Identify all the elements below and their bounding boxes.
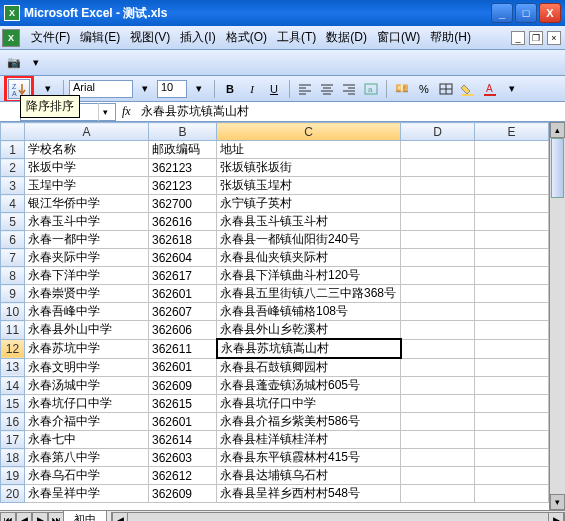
cell[interactable] bbox=[401, 413, 475, 431]
cell[interactable]: 362614 bbox=[149, 431, 217, 449]
cell[interactable]: 362609 bbox=[149, 377, 217, 395]
cell[interactable]: 永春县呈祥乡西村村548号 bbox=[217, 485, 401, 503]
cell[interactable]: 362609 bbox=[149, 485, 217, 503]
scroll-up-icon[interactable]: ▴ bbox=[550, 122, 565, 138]
cell[interactable] bbox=[475, 395, 549, 413]
cell[interactable] bbox=[475, 413, 549, 431]
hscroll-right-icon[interactable]: ▶ bbox=[548, 512, 564, 522]
cell[interactable] bbox=[475, 485, 549, 503]
tab-nav-last[interactable]: ⏭ bbox=[48, 512, 64, 522]
fx-button[interactable]: fx bbox=[116, 104, 137, 119]
align-center-button[interactable] bbox=[317, 79, 337, 99]
cell[interactable] bbox=[401, 358, 475, 377]
cell[interactable]: 张坂中学 bbox=[25, 159, 149, 177]
camera-icon[interactable]: 📷 bbox=[4, 53, 24, 73]
row-header[interactable]: 1 bbox=[1, 141, 25, 159]
row-header[interactable]: 12 bbox=[1, 339, 25, 358]
cell[interactable]: 永春苏坑中学 bbox=[25, 339, 149, 358]
close-button[interactable]: X bbox=[539, 3, 561, 23]
scroll-thumb[interactable] bbox=[551, 138, 564, 198]
percent-button[interactable]: % bbox=[414, 79, 434, 99]
cell[interactable]: 永春县下洋镇曲斗村120号 bbox=[217, 267, 401, 285]
tab-nav-prev[interactable]: ◀ bbox=[16, 512, 32, 522]
cell[interactable] bbox=[401, 177, 475, 195]
cell[interactable]: 玉埕中学 bbox=[25, 177, 149, 195]
cell[interactable] bbox=[475, 321, 549, 340]
cell[interactable]: 永春县介福乡紫美村586号 bbox=[217, 413, 401, 431]
cell[interactable]: 永宁镇子英村 bbox=[217, 195, 401, 213]
cell[interactable]: 永春县一都镇仙阳街240号 bbox=[217, 231, 401, 249]
cell[interactable] bbox=[475, 213, 549, 231]
cell[interactable] bbox=[401, 485, 475, 503]
col-header-a[interactable]: A bbox=[25, 123, 149, 141]
cell[interactable]: 永春乌石中学 bbox=[25, 467, 149, 485]
cell[interactable]: 永春县吾峰镇铺格108号 bbox=[217, 303, 401, 321]
cell[interactable]: 永春吾峰中学 bbox=[25, 303, 149, 321]
cell[interactable] bbox=[401, 449, 475, 467]
horizontal-scrollbar[interactable]: ◀ ▶ bbox=[111, 512, 565, 522]
bold-button[interactable]: B bbox=[220, 79, 240, 99]
cell[interactable] bbox=[401, 431, 475, 449]
cell[interactable]: 永春一都中学 bbox=[25, 231, 149, 249]
cell[interactable]: 362616 bbox=[149, 213, 217, 231]
cell[interactable]: 永春夹际中学 bbox=[25, 249, 149, 267]
cell[interactable]: 362123 bbox=[149, 159, 217, 177]
cell[interactable] bbox=[401, 339, 475, 358]
cell[interactable]: 银江华侨中学 bbox=[25, 195, 149, 213]
row-header[interactable]: 15 bbox=[1, 395, 25, 413]
cell[interactable] bbox=[401, 395, 475, 413]
cell[interactable]: 永春汤城中学 bbox=[25, 377, 149, 395]
cell[interactable] bbox=[475, 159, 549, 177]
cell[interactable] bbox=[401, 285, 475, 303]
cell[interactable] bbox=[401, 159, 475, 177]
select-all-corner[interactable] bbox=[1, 123, 25, 141]
cell[interactable]: 永春文明中学 bbox=[25, 358, 149, 377]
cell[interactable]: 地址 bbox=[217, 141, 401, 159]
align-left-button[interactable] bbox=[295, 79, 315, 99]
cell[interactable]: 362603 bbox=[149, 449, 217, 467]
row-header[interactable]: 10 bbox=[1, 303, 25, 321]
italic-button[interactable]: I bbox=[242, 79, 262, 99]
cell[interactable] bbox=[475, 249, 549, 267]
font-color-button[interactable]: A bbox=[480, 79, 500, 99]
cell[interactable] bbox=[475, 231, 549, 249]
cell[interactable] bbox=[401, 267, 475, 285]
name-box-dropdown-icon[interactable]: ▾ bbox=[98, 103, 112, 121]
align-right-button[interactable] bbox=[339, 79, 359, 99]
cell[interactable] bbox=[401, 231, 475, 249]
row-header[interactable]: 9 bbox=[1, 285, 25, 303]
fill-color-button[interactable] bbox=[458, 79, 478, 99]
toolbar-options-icon[interactable]: ▾ bbox=[26, 53, 46, 73]
cell[interactable]: 张坂镇玉埕村 bbox=[217, 177, 401, 195]
merge-center-button[interactable]: a bbox=[361, 79, 381, 99]
row-header[interactable]: 8 bbox=[1, 267, 25, 285]
cell[interactable] bbox=[475, 358, 549, 377]
cell[interactable]: 永春县达埔镇乌石村 bbox=[217, 467, 401, 485]
menu-insert[interactable]: 插入(I) bbox=[175, 26, 220, 49]
cell[interactable]: 362607 bbox=[149, 303, 217, 321]
cell[interactable]: 362618 bbox=[149, 231, 217, 249]
cell[interactable] bbox=[475, 195, 549, 213]
col-header-e[interactable]: E bbox=[475, 123, 549, 141]
menu-window[interactable]: 窗口(W) bbox=[372, 26, 425, 49]
cell[interactable]: 邮政编码 bbox=[149, 141, 217, 159]
row-header[interactable]: 20 bbox=[1, 485, 25, 503]
row-header[interactable]: 11 bbox=[1, 321, 25, 340]
toolbar-overflow2-icon[interactable]: ▾ bbox=[502, 79, 522, 99]
cell[interactable]: 永春县石鼓镇卿园村 bbox=[217, 358, 401, 377]
row-header[interactable]: 2 bbox=[1, 159, 25, 177]
cell[interactable]: 永春县东平镇霞林村415号 bbox=[217, 449, 401, 467]
cell[interactable] bbox=[401, 213, 475, 231]
cell[interactable]: 永春呈祥中学 bbox=[25, 485, 149, 503]
cell[interactable]: 永春崇贤中学 bbox=[25, 285, 149, 303]
menu-help[interactable]: 帮助(H) bbox=[425, 26, 476, 49]
tab-nav-next[interactable]: ▶ bbox=[32, 512, 48, 522]
minimize-button[interactable]: _ bbox=[491, 3, 513, 23]
cell[interactable] bbox=[475, 285, 549, 303]
doc-close-button[interactable]: × bbox=[547, 31, 561, 45]
cell[interactable]: 362615 bbox=[149, 395, 217, 413]
font-size-select[interactable]: 10 bbox=[157, 80, 187, 98]
cell[interactable] bbox=[475, 141, 549, 159]
doc-minimize-button[interactable]: _ bbox=[511, 31, 525, 45]
cell[interactable]: 永春县玉斗镇玉斗村 bbox=[217, 213, 401, 231]
